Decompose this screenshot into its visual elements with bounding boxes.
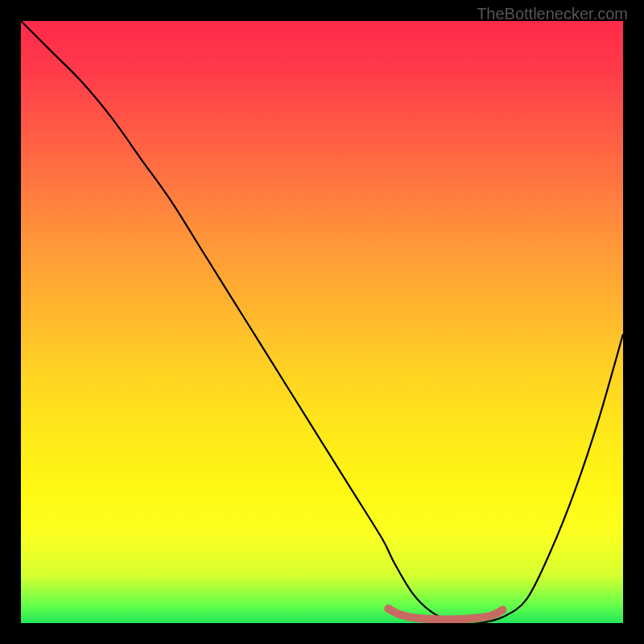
attribution-text: TheBottlenecker.com [477, 5, 628, 23]
chart-plot-area [21, 21, 623, 623]
optimal-zone-curve [388, 609, 502, 620]
bottleneck-curve [21, 21, 623, 623]
chart-svg [21, 21, 623, 623]
